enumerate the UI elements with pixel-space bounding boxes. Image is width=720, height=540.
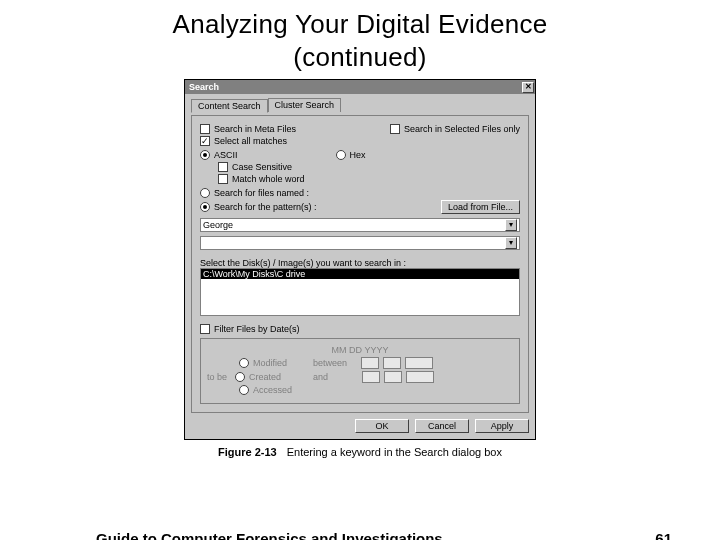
checkbox-search-selected[interactable] — [390, 124, 400, 134]
figure-number: Figure 2-13 — [218, 446, 277, 458]
slide-title: Analyzing Your Digital Evidence (continu… — [0, 0, 720, 75]
radio-hex[interactable] — [336, 150, 346, 160]
label-select-all: Select all matches — [214, 136, 287, 146]
close-icon[interactable]: ✕ — [522, 82, 534, 93]
tab-cluster-search[interactable]: Cluster Search — [268, 98, 342, 112]
label-search-patterns: Search for the pattern(s) : — [214, 202, 317, 212]
label-tobe: to be — [207, 372, 231, 382]
label-search-filenames: Search for files named : — [214, 188, 309, 198]
figure-text: Entering a keyword in the Search dialog … — [287, 446, 502, 458]
footer-page: 61 — [655, 530, 672, 540]
label-and: and — [313, 372, 328, 382]
ok-button[interactable]: OK — [355, 419, 409, 433]
apply-button[interactable]: Apply — [475, 419, 529, 433]
list-item[interactable]: C:\Work\My Disks\C drive — [201, 269, 519, 279]
radio-search-filenames[interactable] — [200, 188, 210, 198]
pattern-value: George — [203, 220, 233, 230]
date-header: MM DD YYYY — [207, 345, 513, 355]
label-ascii: ASCII — [214, 150, 238, 160]
date-yyyy-1[interactable] — [405, 357, 433, 369]
chevron-down-icon[interactable]: ▾ — [505, 219, 517, 231]
label-whole-word: Match whole word — [232, 174, 305, 184]
radio-search-patterns[interactable] — [200, 202, 210, 212]
tab-content-search[interactable]: Content Search — [191, 99, 268, 113]
radio-ascii[interactable] — [200, 150, 210, 160]
titlebar[interactable]: Search ✕ — [185, 80, 535, 94]
pattern-combo[interactable]: George ▾ — [200, 218, 520, 232]
label-search-meta: Search in Meta Files — [214, 124, 296, 134]
radio-modified[interactable] — [239, 358, 249, 368]
checkbox-whole-word[interactable] — [218, 174, 228, 184]
title-line-2: (continued) — [293, 42, 426, 72]
chevron-down-icon[interactable]: ▾ — [505, 237, 517, 249]
disk-listbox[interactable]: C:\Work\My Disks\C drive — [200, 268, 520, 316]
pattern-combo-2[interactable]: ▾ — [200, 236, 520, 250]
dialog-title: Search — [189, 82, 219, 92]
label-between: between — [313, 358, 347, 368]
cancel-button[interactable]: Cancel — [415, 419, 469, 433]
date-mm-2[interactable] — [362, 371, 380, 383]
load-from-file-button[interactable]: Load from File... — [441, 200, 520, 214]
figure-caption: Figure 2-13Entering a keyword in the Sea… — [0, 446, 720, 458]
date-dd-1[interactable] — [383, 357, 401, 369]
label-accessed: Accessed — [253, 385, 292, 395]
radio-accessed[interactable] — [239, 385, 249, 395]
label-filter-dates: Filter Files by Date(s) — [214, 324, 300, 334]
label-case-sensitive: Case Sensitive — [232, 162, 292, 172]
checkbox-select-all[interactable]: ✓ — [200, 136, 210, 146]
date-mm-1[interactable] — [361, 357, 379, 369]
label-hex: Hex — [350, 150, 366, 160]
label-created: Created — [249, 372, 281, 382]
radio-created[interactable] — [235, 372, 245, 382]
checkbox-filter-dates[interactable] — [200, 324, 210, 334]
label-select-disks: Select the Disk(s) / Image(s) you want t… — [200, 258, 520, 268]
date-dd-2[interactable] — [384, 371, 402, 383]
title-line-1: Analyzing Your Digital Evidence — [173, 9, 548, 39]
search-dialog: Search ✕ Content Search Cluster Search S… — [184, 79, 536, 440]
label-search-selected: Search in Selected Files only — [404, 124, 520, 134]
label-modified: Modified — [253, 358, 287, 368]
tab-panel: Search in Meta Files Search in Selected … — [191, 115, 529, 413]
date-filter-group: MM DD YYYY Modified between to be Create… — [200, 338, 520, 404]
checkbox-search-meta[interactable] — [200, 124, 210, 134]
checkbox-case-sensitive[interactable] — [218, 162, 228, 172]
footer-book: Guide to Computer Forensics and Investig… — [96, 530, 443, 540]
date-yyyy-2[interactable] — [406, 371, 434, 383]
